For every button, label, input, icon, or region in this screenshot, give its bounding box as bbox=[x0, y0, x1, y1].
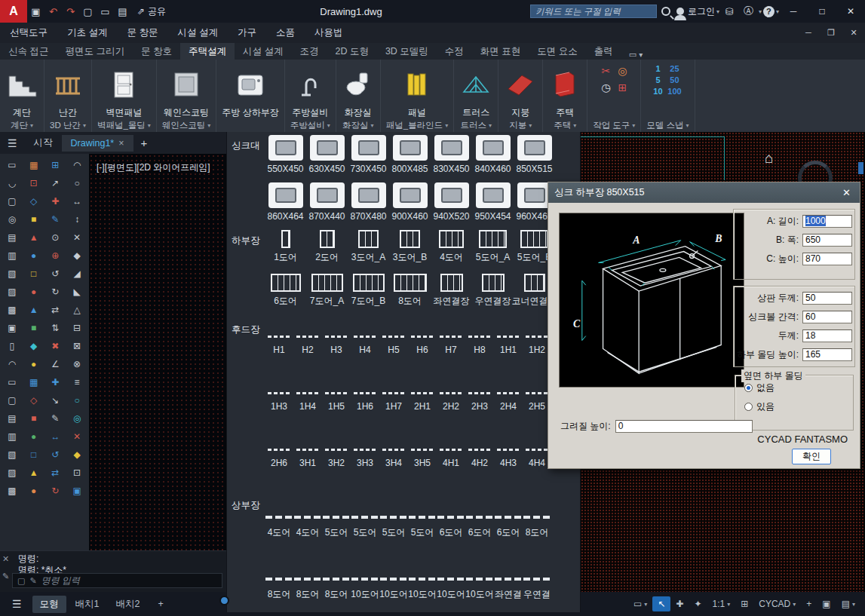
ribbon-group-kitchen-fixture[interactable]: 주방설비주방설비▾ bbox=[285, 60, 336, 132]
palette-item[interactable]: 730X450 bbox=[348, 135, 389, 175]
tool-icon[interactable]: ✚ bbox=[45, 192, 66, 210]
menu-item[interactable]: 선택도구 bbox=[0, 26, 57, 39]
ribbon-group-stairs[interactable]: 계단계단▾ bbox=[0, 60, 44, 132]
maximize-button[interactable]: □ bbox=[808, 0, 836, 23]
drawing-canvas[interactable]: [-][평면도][2D 와이어프레임] bbox=[89, 154, 226, 550]
login-caret-icon[interactable]: ▾ bbox=[716, 8, 719, 15]
customize-command-icon[interactable]: ✎ bbox=[2, 572, 9, 581]
field-input[interactable]: 1000 bbox=[802, 215, 852, 228]
tool-icon[interactable]: ⊟ bbox=[66, 319, 87, 336]
ribbon-tab[interactable]: 평면도 그리기 bbox=[57, 43, 132, 60]
menu-item[interactable]: 소품 bbox=[266, 26, 305, 39]
selection-mode-control[interactable]: ▭▾ bbox=[628, 596, 652, 611]
ribbon-group-work-tools[interactable]: ✂◎◷⊞작업 도구▾ bbox=[587, 60, 641, 132]
snap-cursor-icon[interactable]: ↖ bbox=[652, 596, 670, 611]
tool-icon[interactable]: ✕ bbox=[66, 428, 87, 445]
tool-icon[interactable]: ↘ bbox=[45, 391, 66, 409]
tool-icon[interactable]: ↔ bbox=[66, 192, 87, 210]
palette-item[interactable]: 5도어 bbox=[408, 495, 437, 538]
apps-caret-icon[interactable]: ▾ bbox=[759, 8, 762, 15]
search-input[interactable] bbox=[530, 5, 657, 18]
palette-item[interactable]: 우연결 bbox=[523, 556, 551, 600]
tool-icon[interactable]: ◡ bbox=[2, 174, 23, 192]
palette-item[interactable]: 2H3 bbox=[465, 375, 494, 412]
palette-item[interactable]: 1도어 bbox=[265, 230, 306, 263]
tool-icon[interactable]: ■ bbox=[23, 319, 44, 336]
tool-icon[interactable]: ▨ bbox=[2, 283, 23, 300]
dialog-close-icon[interactable]: ✕ bbox=[839, 187, 854, 198]
ribbon-group-dropdown[interactable]: 작업 도구▾ bbox=[593, 118, 635, 132]
tool-icon[interactable]: ▲ bbox=[23, 228, 44, 246]
tool-icon[interactable]: ▤ bbox=[2, 409, 23, 427]
ribbon-group-railing[interactable]: 난간3D 난간▾ bbox=[44, 60, 92, 132]
tool-icon[interactable]: ▲ bbox=[23, 301, 44, 318]
menu-item[interactable]: 가구 bbox=[228, 26, 266, 39]
draw-height-field[interactable]: 0 bbox=[615, 420, 753, 433]
print-icon[interactable]: ▤ bbox=[114, 2, 131, 21]
annotation-scale-control[interactable]: 1:1▾ bbox=[707, 596, 735, 611]
ucs-control[interactable]: CYCAD▾ bbox=[753, 596, 801, 611]
tool-icon[interactable]: ◆ bbox=[66, 247, 87, 264]
palette-item[interactable]: 8도어 bbox=[265, 556, 293, 600]
ribbon-collapse-control[interactable]: ▭▾ bbox=[621, 50, 650, 60]
layout-tab[interactable]: 모형 bbox=[32, 596, 66, 613]
tool-icon[interactable]: ↻ bbox=[45, 283, 66, 300]
palette-item[interactable]: 550X450 bbox=[265, 135, 306, 175]
palette-item[interactable]: 630X450 bbox=[306, 135, 348, 175]
ribbon-tab[interactable]: 수정 bbox=[437, 43, 472, 60]
palette-item[interactable]: 5도어 bbox=[322, 495, 351, 538]
tool-icon[interactable]: ◇ bbox=[23, 192, 44, 210]
palette-item[interactable]: 5도어_A bbox=[472, 230, 514, 263]
palette-item[interactable]: 1H1 bbox=[494, 319, 523, 356]
radio-option[interactable]: 없음 bbox=[744, 382, 853, 394]
tool-icon[interactable]: ▨ bbox=[2, 464, 23, 481]
tool-icon[interactable]: ■ bbox=[23, 210, 44, 228]
tool-icon[interactable]: ✕ bbox=[66, 228, 87, 246]
tool-icon[interactable]: ○ bbox=[66, 391, 87, 409]
palette-item[interactable]: 3H1 bbox=[293, 432, 322, 469]
tool-icon[interactable]: ▦ bbox=[23, 373, 44, 391]
palette-item[interactable]: 1H3 bbox=[265, 375, 293, 412]
ribbon-tab[interactable]: 출력 bbox=[586, 43, 621, 60]
ribbon-group-dropdown[interactable]: 3D 난간▾ bbox=[50, 118, 86, 132]
dialog-titlebar[interactable]: 싱크 하부장 850X515 ✕ bbox=[548, 182, 860, 203]
tool-icon[interactable]: ▩ bbox=[2, 301, 23, 318]
palette-item[interactable]: 5도어 bbox=[379, 495, 408, 538]
tool-icon[interactable]: ▭ bbox=[2, 156, 23, 173]
add-control[interactable]: + bbox=[801, 596, 817, 611]
palette-item[interactable]: 850X515 bbox=[514, 135, 555, 175]
tool-icon[interactable]: ≡ bbox=[66, 373, 87, 391]
tool-icon[interactable]: ◎ bbox=[2, 210, 23, 228]
home-view-icon[interactable]: ⌂ bbox=[765, 150, 773, 167]
interface-control[interactable]: ▤▾ bbox=[836, 596, 860, 611]
new-doc-tab-button[interactable]: + bbox=[133, 136, 155, 149]
palette-item[interactable]: 870X480 bbox=[348, 182, 389, 222]
palette-item[interactable]: 1H6 bbox=[351, 375, 379, 412]
osnap-icon[interactable]: ✚ bbox=[670, 596, 689, 611]
palette-item[interactable]: 6도어 bbox=[465, 495, 494, 538]
tool-icon[interactable]: ↗ bbox=[45, 174, 66, 192]
tool-icon[interactable]: ▣ bbox=[66, 482, 87, 499]
palette-item[interactable]: 940X520 bbox=[431, 182, 472, 222]
tool-icon[interactable]: ↻ bbox=[45, 482, 66, 499]
palette-item[interactable]: 3도어_A bbox=[348, 230, 389, 263]
menu-item[interactable]: 시설 설계 bbox=[167, 26, 227, 39]
tool-icon[interactable]: □ bbox=[23, 265, 44, 282]
field-input[interactable]: 650 bbox=[802, 234, 852, 247]
tool-icon[interactable]: ⊡ bbox=[66, 464, 87, 481]
side-panel-grip[interactable] bbox=[858, 162, 863, 174]
palette-item[interactable]: 6도어 bbox=[265, 274, 306, 307]
tool-icon[interactable]: ◆ bbox=[23, 337, 44, 354]
palette-item[interactable]: 2H4 bbox=[494, 375, 523, 412]
tool-icon[interactable]: ▣ bbox=[2, 319, 23, 336]
tool-icon[interactable]: ▤ bbox=[2, 228, 23, 246]
field-input[interactable]: 870 bbox=[802, 253, 852, 265]
palette-item[interactable]: 10도어 bbox=[351, 556, 379, 600]
palette-item[interactable]: 4H3 bbox=[494, 432, 523, 469]
polar-tracking-icon[interactable]: ✦ bbox=[689, 596, 707, 611]
tool-icon[interactable]: ✎ bbox=[45, 210, 66, 228]
ribbon-tab[interactable]: 조경 bbox=[291, 43, 327, 60]
palette-item[interactable]: H7 bbox=[437, 319, 465, 356]
save-icon[interactable]: ▣ bbox=[27, 2, 44, 21]
tool-icon[interactable]: ● bbox=[23, 247, 44, 264]
